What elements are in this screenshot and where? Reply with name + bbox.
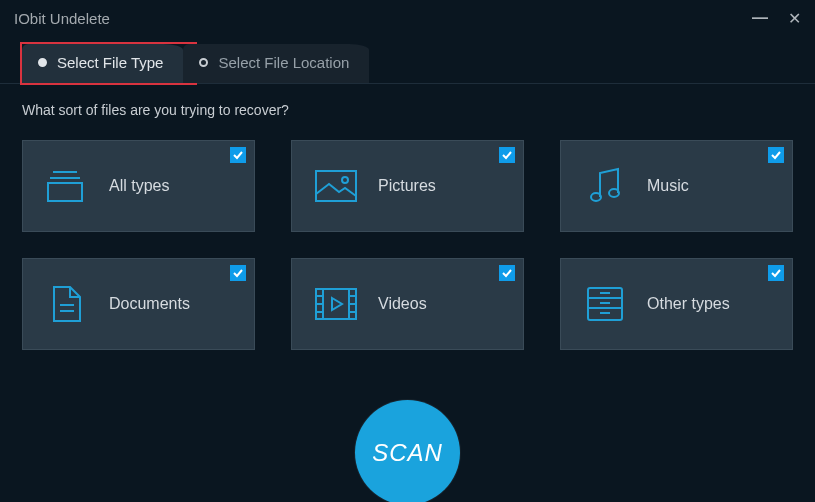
checkbox-checked-icon[interactable] <box>499 147 515 163</box>
svg-rect-2 <box>48 183 82 201</box>
scan-wrap: SCAN <box>0 400 815 502</box>
radio-selected-icon <box>38 58 47 67</box>
type-label: Music <box>647 177 689 195</box>
svg-rect-3 <box>316 171 356 201</box>
checkbox-checked-icon[interactable] <box>499 265 515 281</box>
type-card-other[interactable]: Other types <box>560 258 793 350</box>
minimize-button[interactable]: — <box>752 9 766 28</box>
window-controls: — ✕ <box>752 9 801 28</box>
titlebar: IObit Undelete — ✕ <box>0 0 815 36</box>
file-type-grid: All types Pictures <box>22 140 793 350</box>
app-title: IObit Undelete <box>14 10 110 27</box>
tab-bar: Select File Type Select File Location <box>0 36 815 84</box>
checkbox-checked-icon[interactable] <box>230 265 246 281</box>
close-button[interactable]: ✕ <box>788 9 801 28</box>
checkbox-checked-icon[interactable] <box>230 147 246 163</box>
tab-select-file-location[interactable]: Select File Location <box>183 44 369 83</box>
drawer-icon <box>581 286 629 322</box>
document-icon <box>43 285 91 323</box>
checkbox-checked-icon[interactable] <box>768 147 784 163</box>
type-label: All types <box>109 177 169 195</box>
svg-point-4 <box>342 177 348 183</box>
prompt-text: What sort of files are you trying to rec… <box>22 102 793 118</box>
type-label: Videos <box>378 295 427 313</box>
tab-label: Select File Type <box>57 54 163 71</box>
type-card-documents[interactable]: Documents <box>22 258 255 350</box>
type-label: Documents <box>109 295 190 313</box>
tab-label: Select File Location <box>218 54 349 71</box>
scan-button[interactable]: SCAN <box>355 400 460 502</box>
stack-icon <box>43 169 91 203</box>
video-icon <box>312 288 360 320</box>
type-card-all[interactable]: All types <box>22 140 255 232</box>
type-card-pictures[interactable]: Pictures <box>291 140 524 232</box>
checkbox-checked-icon[interactable] <box>768 265 784 281</box>
tab-select-file-type[interactable]: Select File Type <box>22 44 183 83</box>
type-card-music[interactable]: Music <box>560 140 793 232</box>
type-card-videos[interactable]: Videos <box>291 258 524 350</box>
type-label: Other types <box>647 295 730 313</box>
radio-unselected-icon <box>199 58 208 67</box>
content: What sort of files are you trying to rec… <box>0 84 815 350</box>
picture-icon <box>312 170 360 202</box>
type-label: Pictures <box>378 177 436 195</box>
music-icon <box>581 167 629 205</box>
